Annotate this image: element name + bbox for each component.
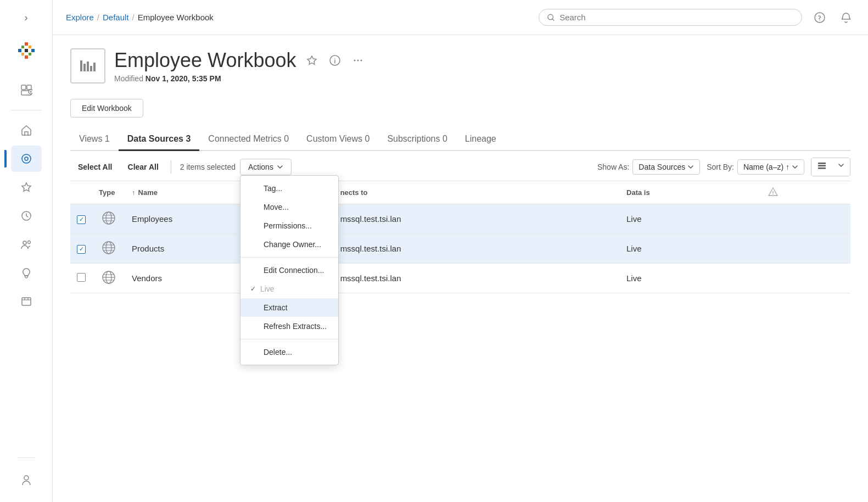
checkbox-input-employees[interactable]: ✓ (77, 215, 86, 224)
dropdown-item-permissions[interactable]: Permissions... (240, 216, 338, 235)
chevron-down-icon (792, 164, 798, 170)
toolbar-right: Show As: Data Sources Sort By: Name (a–z… (597, 158, 850, 176)
svg-point-24 (819, 19, 820, 20)
checkbox-employees[interactable]: ✓ (70, 204, 92, 234)
svg-rect-4 (25, 49, 28, 52)
svg-rect-20 (22, 298, 31, 305)
sidebar-item-ideas[interactable] (11, 260, 42, 286)
show-as-select[interactable]: Data Sources (632, 159, 700, 175)
favorite-icon[interactable] (303, 52, 321, 69)
list-view-button[interactable] (811, 158, 832, 176)
col-data-is: Data is (620, 181, 761, 204)
svg-point-38 (772, 194, 773, 194)
tab-data-sources[interactable]: Data Sources 3 (119, 129, 200, 151)
data-is-employees: Live (620, 204, 761, 234)
table-row[interactable]: Vendorsmssql.test.tsi.lanLive (70, 264, 850, 293)
dropdown-separator (240, 257, 338, 258)
checkbox-input-products[interactable]: ✓ (77, 245, 86, 254)
more-options-icon[interactable] (349, 52, 367, 69)
warning-vendors (761, 264, 850, 293)
breadcrumb-explore[interactable]: Explore (66, 13, 94, 22)
sidebar-item-users[interactable] (11, 467, 42, 493)
search-bar[interactable] (539, 9, 802, 26)
dropdown-label-edit-connection: Edit Connection... (264, 266, 324, 275)
svg-rect-6 (29, 46, 31, 48)
col-connects-to: nects to (334, 181, 620, 204)
dropdown-label-live: Live (260, 285, 275, 293)
select-all-button[interactable]: Select All (70, 158, 120, 176)
svg-rect-10 (27, 85, 31, 90)
breadcrumb: Explore / Default / Employee Workbook (66, 13, 530, 22)
sidebar-item-explore[interactable] (11, 146, 42, 172)
tab-lineage[interactable]: Lineage (456, 129, 505, 151)
dropdown-item-change-owner[interactable]: Change Owner... (240, 235, 338, 254)
dropdown-item-delete[interactable]: Delete... (240, 343, 338, 361)
sort-by-select[interactable]: Name (a–z) ↑ (737, 159, 804, 175)
sidebar-item-layout[interactable] (11, 77, 42, 103)
sidebar-item-recents[interactable] (11, 203, 42, 229)
svg-rect-7 (21, 53, 24, 55)
show-as-group: Show As: Data Sources (597, 159, 700, 175)
dropdown-item-move[interactable]: Move... (240, 198, 338, 216)
svg-rect-5 (21, 46, 24, 48)
sidebar-item-home[interactable] (11, 117, 42, 143)
svg-rect-26 (83, 64, 86, 71)
subtitle-date: Nov 1, 2020, 5:35 PM (145, 74, 221, 83)
checkbox-products[interactable]: ✓ (70, 234, 92, 264)
checkbox-vendors[interactable] (70, 264, 92, 293)
dropdown-label-move: Move... (264, 203, 289, 211)
dropdown-label-tag: Tag... (264, 184, 282, 193)
table-row[interactable]: ✓Productsmssql.test.tsi.lanLive (70, 234, 850, 264)
table-row[interactable]: ✓Employeesmssql.test.tsi.lanLive (70, 204, 850, 234)
dropdown-item-refresh-extracts[interactable]: Refresh Extracts... (240, 317, 338, 336)
chevron-down-icon (838, 162, 844, 169)
svg-point-32 (354, 60, 355, 62)
svg-point-19 (27, 241, 30, 244)
svg-point-34 (360, 60, 362, 62)
tab-subscriptions[interactable]: Subscriptions 0 (378, 129, 456, 151)
actions-wrapper: Actions Tag...Move...Permissions...Chang… (240, 159, 292, 175)
notification-button[interactable] (837, 9, 855, 26)
svg-rect-29 (93, 63, 96, 71)
svg-rect-27 (87, 62, 89, 71)
topbar: Explore / Default / Employee Workbook (53, 0, 868, 35)
dropdown-item-edit-connection[interactable]: Edit Connection... (240, 261, 338, 280)
dropdown-item-extract[interactable]: Extract (240, 298, 338, 317)
chevron-down-view-button[interactable] (832, 158, 850, 176)
tab-connected-metrics[interactable]: Connected Metrics 0 (199, 129, 298, 151)
edit-workbook-button[interactable]: Edit Workbook (70, 99, 143, 118)
checkbox-input-vendors[interactable] (77, 273, 86, 282)
dropdown-item-tag[interactable]: Tag... (240, 179, 338, 198)
svg-rect-28 (90, 66, 92, 71)
tabs-bar: Views 1Data Sources 3Connected Metrics 0… (70, 129, 850, 151)
svg-point-31 (334, 58, 335, 59)
sidebar-item-collections[interactable] (11, 288, 42, 315)
sidebar: › (0, 0, 53, 502)
page-header: Employee Workbook Modified (70, 48, 850, 83)
connects-to-products: mssql.test.tsi.lan (334, 234, 620, 264)
search-input[interactable] (559, 13, 794, 22)
svg-rect-36 (818, 165, 826, 167)
info-icon[interactable] (326, 52, 344, 69)
dropdown-item-live: ✓Live (240, 280, 338, 298)
tab-views[interactable]: Views 1 (70, 129, 119, 151)
data-table: Type ↑ Name nects to Data is ✓Employeesm… (70, 181, 850, 293)
tab-custom-views[interactable]: Custom Views 0 (298, 129, 378, 151)
table-body: ✓Employeesmssql.test.tsi.lanLive✓Product… (70, 204, 850, 293)
sort-by-label: Sort By: (707, 163, 734, 171)
svg-point-21 (24, 476, 29, 480)
actions-button[interactable]: Actions (240, 159, 292, 175)
sidebar-item-people[interactable] (11, 231, 42, 258)
sidebar-item-favorites[interactable] (11, 174, 42, 200)
chevron-down-icon (687, 164, 694, 170)
help-button[interactable] (811, 9, 828, 26)
breadcrumb-sep1: / (97, 13, 99, 22)
clear-all-button[interactable]: Clear All (120, 158, 166, 176)
workbook-thumbnail (70, 48, 105, 83)
sidebar-toggle-button[interactable]: › (15, 7, 37, 29)
type-icon-employees (92, 204, 125, 234)
svg-rect-9 (21, 85, 26, 90)
svg-rect-35 (818, 163, 826, 164)
actions-dropdown-menu: Tag...Move...Permissions...Change Owner.… (240, 175, 339, 365)
breadcrumb-default[interactable]: Default (103, 13, 129, 22)
